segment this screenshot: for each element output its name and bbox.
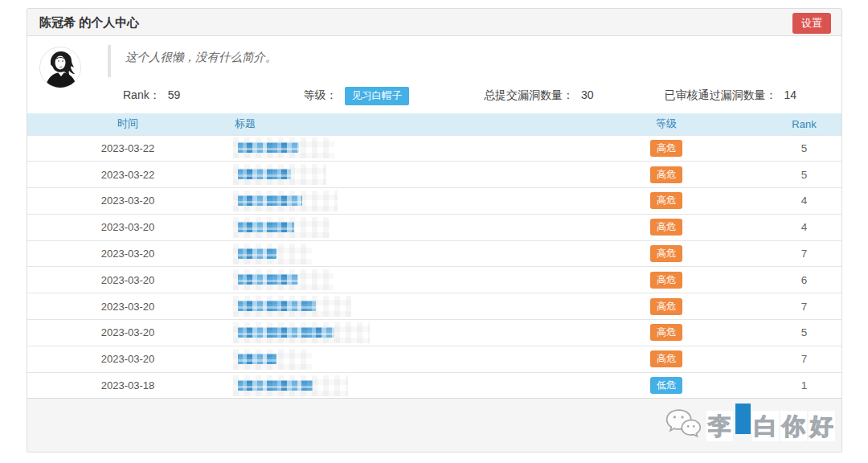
cell-date: 2023-03-20: [27, 320, 228, 346]
cell-date: 2023-03-20: [27, 214, 228, 240]
table-row: 2023-03-20高危4: [27, 188, 841, 215]
wechat-icon: [665, 407, 702, 439]
cell-rank: 7: [767, 293, 841, 320]
cell-severity: 高危: [566, 188, 767, 215]
cell-date: 2023-03-22: [27, 162, 228, 188]
stat-total-submitted: 总提交漏洞数量：30: [469, 88, 649, 103]
cell-title: [228, 320, 566, 346]
cell-severity: 高危: [566, 293, 767, 320]
vulnerability-title-redacted[interactable]: [233, 191, 338, 211]
cell-date: 2023-03-20: [27, 188, 228, 215]
cell-rank: 5: [767, 162, 841, 188]
redacted-title-mosaic: [238, 248, 276, 259]
level-badge: 见习白帽子: [345, 87, 410, 105]
table-row: 2023-03-22高危5: [27, 135, 841, 162]
stat-level: 等级：见习白帽子: [289, 87, 469, 105]
vulnerability-title-redacted[interactable]: [233, 375, 348, 396]
watermark-char: 你: [780, 411, 807, 441]
severity-badge-high: 高危: [650, 219, 682, 236]
stat-approved: 已审核通过漏洞数量：14: [649, 88, 830, 103]
cell-title: [228, 162, 566, 188]
cell-date: 2023-03-20: [27, 346, 228, 372]
table-row: 2023-03-20高危6: [27, 267, 841, 293]
vulnerability-table: 时间标题等级Rank 2023-03-22高危52023-03-22高危5202…: [27, 113, 841, 399]
vulnerability-title-redacted[interactable]: [233, 244, 312, 264]
page-title: 陈冠希 的个人中心: [39, 15, 139, 29]
watermark-char: 白: [752, 411, 779, 441]
profile-right: 这个人很懒，没有什么简介。 Rank：59 等级：见习白帽子 总提交漏洞数量：3…: [108, 45, 829, 108]
redacted-title-mosaic: [238, 195, 302, 206]
cell-title: [228, 267, 566, 293]
watermark: 李白你好: [665, 404, 835, 441]
cell-severity: 高危: [566, 320, 767, 346]
table-row: 2023-03-18低危1: [27, 372, 841, 399]
column-header-title: 标题: [228, 113, 566, 135]
cell-date: 2023-03-20: [27, 293, 228, 320]
redacted-title-mosaic: [238, 327, 334, 338]
redacted-title-mosaic: [238, 380, 313, 391]
severity-badge-high: 高危: [650, 272, 682, 289]
bio-quote: 这个人很懒，没有什么简介。: [108, 45, 829, 77]
table-header-row: 时间标题等级Rank: [27, 113, 841, 135]
severity-badge-high: 高危: [650, 140, 682, 157]
severity-badge-low: 低危: [650, 377, 682, 394]
table-row: 2023-03-20高危7: [27, 293, 841, 320]
profile-panel: 陈冠希 的个人中心 设置 这个人很懒，没有什么简介。 Rank：59: [27, 8, 842, 453]
severity-badge-high: 高危: [650, 324, 682, 341]
vulnerability-title-redacted[interactable]: [233, 322, 370, 343]
redacted-title-mosaic: [238, 354, 276, 364]
cell-severity: 高危: [566, 214, 767, 240]
cell-title: [228, 372, 566, 399]
stat-rank: Rank：59: [108, 88, 289, 103]
vulnerability-title-redacted[interactable]: [233, 217, 330, 238]
severity-badge-high: 高危: [650, 166, 682, 183]
cell-title: [228, 293, 566, 320]
cell-rank: 6: [767, 267, 841, 293]
vulnerability-title-redacted[interactable]: [233, 164, 326, 185]
stat-rank-label: Rank：: [123, 88, 161, 101]
cell-rank: 1: [767, 372, 841, 399]
stat-total-label: 总提交漏洞数量：: [484, 88, 574, 101]
vulnerability-title-redacted[interactable]: [233, 137, 334, 158]
vulnerability-title-redacted[interactable]: [233, 349, 312, 370]
cell-title: [228, 135, 566, 162]
cell-severity: 低危: [566, 372, 767, 399]
severity-badge-high: 高危: [650, 192, 682, 209]
cell-severity: 高危: [566, 267, 767, 293]
table-row: 2023-03-20高危5: [27, 320, 841, 346]
profile-summary: 这个人很懒，没有什么简介。 Rank：59 等级：见习白帽子 总提交漏洞数量：3…: [27, 36, 841, 113]
panel-heading: 陈冠希 的个人中心 设置: [27, 9, 841, 36]
cell-title: [228, 214, 566, 240]
table-row: 2023-03-20高危4: [27, 214, 841, 240]
redacted-title-mosaic: [238, 169, 291, 179]
cell-rank: 5: [767, 135, 841, 162]
redacted-title-mosaic: [238, 142, 299, 153]
avatar[interactable]: [39, 47, 81, 88]
vulnerability-title-redacted[interactable]: [233, 296, 351, 317]
cell-severity: 高危: [566, 346, 767, 372]
watermark-text: 李白你好: [705, 404, 835, 441]
cell-title: [228, 240, 566, 267]
table-row: 2023-03-20高危7: [27, 240, 841, 267]
redacted-title-mosaic: [238, 301, 316, 311]
severity-badge-high: 高危: [650, 298, 682, 315]
cell-rank: 7: [767, 346, 841, 372]
redacted-title-mosaic: [238, 222, 294, 232]
cell-rank: 5: [767, 320, 841, 346]
cell-rank: 4: [767, 214, 841, 240]
cell-rank: 7: [767, 240, 841, 267]
watermark-char: 李: [706, 411, 733, 441]
cell-date: 2023-03-20: [27, 267, 228, 293]
cell-date: 2023-03-20: [27, 240, 228, 267]
cell-title: [228, 346, 566, 372]
stat-level-label: 等级：: [304, 88, 338, 101]
settings-button[interactable]: 设置: [792, 13, 831, 34]
column-header-time: 时间: [27, 113, 228, 135]
panel-footer: 李白你好: [27, 398, 841, 452]
watermark-highlight-block: [735, 404, 751, 434]
column-header-severity: 等级: [566, 113, 767, 135]
cell-title: [228, 188, 566, 215]
vulnerability-title-redacted[interactable]: [233, 269, 334, 290]
cell-severity: 高危: [566, 240, 767, 267]
severity-badge-high: 高危: [650, 350, 682, 367]
